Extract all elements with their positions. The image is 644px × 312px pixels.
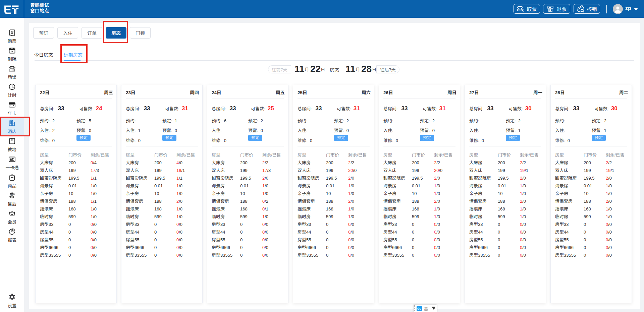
svg-text:售: 售 [11,193,13,197]
